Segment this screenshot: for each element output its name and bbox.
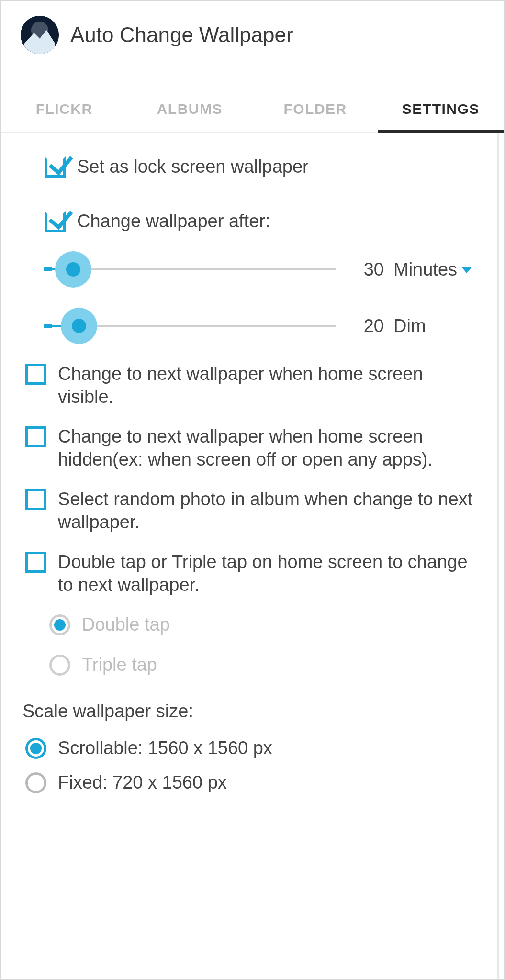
- tab-albums[interactable]: ALBUMS: [127, 88, 252, 132]
- radio-scale-scrollable[interactable]: [25, 738, 46, 759]
- checkbox-change-after[interactable]: [45, 211, 66, 232]
- radio-scale-fixed[interactable]: [25, 772, 46, 793]
- value-interval: 30: [346, 259, 384, 280]
- checkbox-home-hidden[interactable]: [25, 426, 46, 447]
- radio-triple-tap: [49, 655, 70, 676]
- label-dim-unit: Dim: [393, 316, 475, 336]
- checkbox-set-lock-screen[interactable]: [45, 156, 66, 178]
- settings-panel: Set as lock screen wallpaper Change wall…: [1, 133, 504, 979]
- app-header: Auto Change Wallpaper: [1, 1, 504, 64]
- label-random-photo: Select random photo in album when change…: [58, 488, 494, 534]
- label-tap-change: Double tap or Triple tap on home screen …: [58, 551, 494, 596]
- slider-interval[interactable]: [50, 255, 336, 284]
- label-home-visible: Change to next wallpaper when home scree…: [58, 363, 494, 408]
- radio-double-tap: [49, 614, 70, 635]
- label-scale-fixed: Fixed: 720 x 1560 px: [58, 771, 246, 794]
- app-title: Auto Change Wallpaper: [70, 23, 293, 47]
- checkbox-home-visible[interactable]: [25, 364, 46, 385]
- checkbox-random-photo[interactable]: [25, 489, 46, 510]
- tab-settings[interactable]: SETTINGS: [378, 88, 504, 132]
- app-icon: [21, 16, 59, 54]
- value-dim: 20: [346, 316, 384, 336]
- label-double-tap: Double tap: [82, 613, 189, 636]
- label-home-hidden: Change to next wallpaper when home scree…: [58, 425, 494, 471]
- label-scale-title: Scale wallpaper size:: [22, 701, 494, 722]
- label-change-after: Change wallpaper after:: [77, 210, 289, 233]
- checkbox-tap-change[interactable]: [25, 552, 46, 573]
- tab-folder[interactable]: FOLDER: [253, 88, 378, 132]
- label-triple-tap: Triple tap: [82, 654, 176, 677]
- label-set-lock-screen: Set as lock screen wallpaper: [77, 156, 328, 178]
- slider-dim[interactable]: [50, 311, 336, 341]
- tab-flickr[interactable]: FLICKR: [1, 88, 127, 132]
- tab-bar: FLICKR ALBUMS FOLDER SETTINGS: [1, 88, 504, 133]
- label-scale-scrollable: Scrollable: 1560 x 1560 px: [58, 737, 292, 760]
- dropdown-interval-unit[interactable]: Minutes: [393, 259, 475, 280]
